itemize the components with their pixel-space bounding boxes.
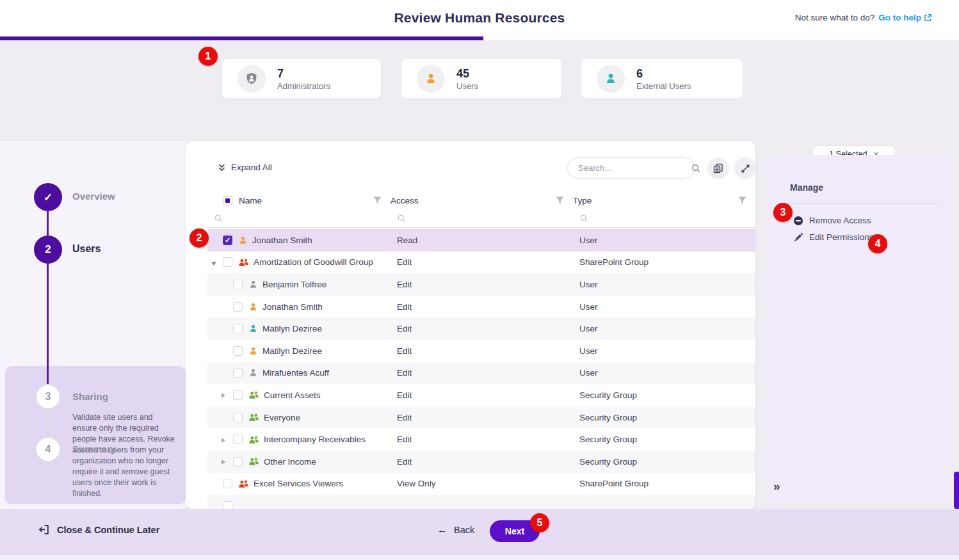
annotation-circle-1: 1: [198, 47, 218, 66]
row-checkbox[interactable]: [233, 457, 243, 467]
stat-value: 7: [277, 67, 330, 80]
step-circle-users[interactable]: 2: [34, 236, 62, 264]
step-label-summary[interactable]: Summary: [72, 444, 116, 454]
row-name-text: Jonathan Smith: [262, 302, 323, 312]
column-header-type[interactable]: Type: [573, 196, 592, 205]
row-type-text: User: [573, 346, 755, 356]
column-header-name[interactable]: Name: [239, 196, 262, 205]
row-type-text: Security Group: [573, 457, 755, 467]
row-checkbox[interactable]: [233, 368, 243, 378]
footer-bar: Close & Continue Later ← Back: [0, 509, 959, 556]
table-rows: ✓Jonathan SmithReadUserAmortization of G…: [207, 229, 755, 509]
back-button[interactable]: ← Back: [437, 524, 474, 536]
filter-icon[interactable]: [738, 196, 746, 204]
table-row[interactable]: Amortization of Goodwill GroupEditShareP…: [207, 252, 755, 274]
step-label-sharing[interactable]: Sharing: [72, 391, 108, 402]
row-checkbox[interactable]: [223, 501, 232, 509]
row-checkbox[interactable]: [233, 435, 243, 444]
row-type-text: User: [573, 302, 755, 312]
user-icon: [248, 302, 258, 312]
table-row[interactable]: [207, 495, 755, 509]
type-filter-input[interactable]: [573, 214, 755, 223]
close-continue-later-button[interactable]: Close & Continue Later: [38, 524, 159, 535]
filter-icon[interactable]: [373, 196, 382, 204]
table-row[interactable]: EveryoneEditSecurity Group: [207, 406, 755, 429]
chevron-right-icon[interactable]: [222, 434, 233, 445]
annotation-circle-5: 5: [530, 513, 549, 532]
step-label-overview[interactable]: Overview: [72, 191, 115, 202]
row-name-text: Current Assets: [264, 390, 321, 400]
row-checkbox[interactable]: [233, 413, 243, 422]
select-all-checkbox[interactable]: [223, 196, 232, 205]
row-checkbox[interactable]: [233, 346, 243, 356]
group-icon: [248, 457, 259, 466]
group-icon: [248, 413, 259, 422]
row-access-text: Edit: [391, 390, 573, 400]
table-search[interactable]: [567, 157, 695, 179]
filter-icon[interactable]: [556, 196, 564, 204]
table-row[interactable]: Matilyn DezireeEditUser: [207, 317, 755, 340]
search-icon: [691, 163, 701, 173]
row-checkbox[interactable]: [233, 280, 243, 289]
step-circle-sharing[interactable]: 3: [35, 384, 61, 410]
user-icon: [238, 236, 248, 245]
table-row[interactable]: Mirafuentes AcuffEditUser: [207, 362, 755, 385]
row-name-text: Excel Services Viewers: [254, 479, 343, 488]
row-name-text: Matilyn Deziree: [262, 324, 322, 333]
row-type-text: User: [573, 324, 755, 333]
progress-fill: [0, 36, 483, 40]
back-arrow-icon: ←: [437, 524, 447, 536]
table-row[interactable]: Intercompany ReceivablesEditSecurity Gro…: [207, 428, 755, 451]
chevron-right-icon[interactable]: [222, 456, 233, 467]
stat-label: Administrators: [277, 81, 330, 91]
copy-view-button[interactable]: [707, 157, 729, 179]
row-access-text: Edit: [391, 413, 573, 422]
expand-view-button[interactable]: [734, 157, 755, 179]
row-checkbox[interactable]: [233, 390, 243, 400]
access-filter-input[interactable]: [391, 214, 573, 223]
step-circle-overview[interactable]: ✓: [34, 183, 62, 211]
row-checkbox[interactable]: [223, 479, 232, 488]
row-checkbox[interactable]: [233, 302, 243, 312]
row-type-text: Security Group: [573, 390, 755, 400]
column-header-access[interactable]: Access: [391, 196, 419, 205]
row-checkbox[interactable]: [233, 324, 243, 333]
step-description: Validate site users and ensure only the …: [72, 412, 175, 499]
stat-card-administrators: 7 Administrators: [222, 59, 381, 99]
user-icon: [248, 280, 258, 289]
step-circle-summary[interactable]: 4: [35, 436, 61, 462]
row-name-text: Mirafuentes Acuff: [262, 368, 329, 378]
edit-permissions-action[interactable]: Edit Permissions: [794, 232, 874, 242]
step-label-users[interactable]: Users: [72, 243, 101, 255]
expand-all-button[interactable]: Expand All: [218, 163, 272, 172]
table-row[interactable]: Benjamin TolfreeEditUser: [207, 273, 755, 296]
row-access-text: Edit: [391, 435, 573, 444]
exit-icon: [38, 524, 49, 535]
table-row[interactable]: Matilyn DezireeEditUser: [207, 340, 755, 362]
name-filter-input[interactable]: [207, 214, 391, 223]
group-icon: [248, 390, 259, 399]
search-input[interactable]: [578, 163, 691, 173]
row-checkbox[interactable]: [223, 257, 232, 267]
table-row[interactable]: Other IncomeEditSecurity Group: [207, 451, 755, 473]
help-prefix-text: Not sure what to do?: [795, 13, 875, 22]
help-link[interactable]: Go to help: [878, 13, 932, 22]
remove-access-action[interactable]: Remove Access: [794, 216, 871, 225]
external-link-icon: [924, 13, 932, 22]
user-icon: [248, 346, 258, 356]
row-checkbox[interactable]: ✓: [223, 236, 232, 245]
chevron-down-icon[interactable]: [211, 257, 223, 268]
table-row[interactable]: Jonathan SmithEditUser: [207, 296, 755, 318]
user-icon: [248, 368, 258, 378]
table-row[interactable]: ✓Jonathan SmithReadUser: [207, 229, 755, 252]
table-row[interactable]: Current AssetsEditSecurity Group: [207, 384, 755, 406]
annotation-circle-2: 2: [189, 228, 209, 248]
row-access-text: Read: [391, 236, 573, 245]
step-connector: [47, 410, 49, 436]
manage-panel: Manage Remove Access Edit Permissions »: [766, 155, 954, 502]
row-name-text: Matilyn Deziree: [262, 346, 322, 356]
copy-icon: [713, 163, 723, 173]
chevron-right-icon[interactable]: [222, 389, 233, 401]
collapse-panel-button[interactable]: »: [773, 479, 780, 493]
table-row[interactable]: Excel Services ViewersView OnlySharePoin…: [207, 473, 755, 495]
